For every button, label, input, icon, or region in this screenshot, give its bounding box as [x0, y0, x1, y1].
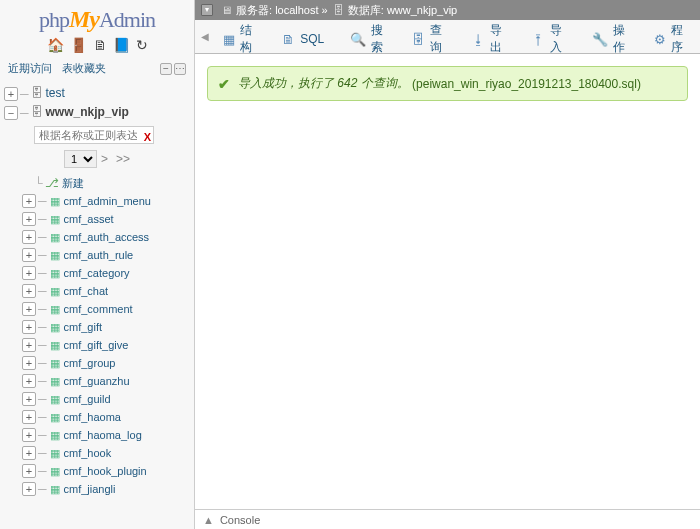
sql-icon[interactable]: 🗎 — [93, 37, 107, 53]
tabs-collapse-icon[interactable]: ◀ — [199, 20, 210, 53]
search-icon: 🔍 — [350, 32, 366, 47]
table-cmf_haoma[interactable]: cmf_haoma — [64, 408, 121, 426]
table-cmf_guild[interactable]: cmf_guild — [64, 390, 111, 408]
table-cmf_auth_rule[interactable]: cmf_auth_rule — [64, 246, 134, 264]
db-label: 数据库: — [348, 3, 384, 18]
table-cmf_chat[interactable]: cmf_chat — [64, 282, 109, 300]
table-icon: ▦ — [49, 480, 61, 498]
expander-icon[interactable]: + — [22, 446, 36, 460]
table-cmf_guanzhu[interactable]: cmf_guanzhu — [64, 372, 130, 390]
expander-icon[interactable]: + — [22, 194, 36, 208]
docs-icon[interactable]: 📘 — [113, 37, 130, 53]
sidebar: phpMyAdmin 🏠🚪🗎📘↻ 近期访问 表收藏夹 − ⋯ +─🗄test−─… — [0, 0, 195, 529]
db-icon: 🗄 — [31, 105, 43, 119]
tab-structure[interactable]: ▦结构 — [210, 24, 269, 53]
table-cmf_comment[interactable]: cmf_comment — [64, 300, 133, 318]
table-cmf_hook_plugin[interactable]: cmf_hook_plugin — [64, 462, 147, 480]
expander-icon[interactable]: + — [22, 464, 36, 478]
export-icon: ⭳ — [472, 32, 485, 47]
table-cmf_admin_menu[interactable]: cmf_admin_menu — [64, 192, 151, 210]
tab-sql[interactable]: 🗎SQL — [269, 24, 337, 53]
nav-links: 近期访问 表收藏夹 − ⋯ — [0, 59, 194, 80]
check-icon: ✔ — [218, 76, 230, 92]
exit-icon[interactable]: 🚪 — [70, 37, 87, 53]
table-icon: ▦ — [49, 462, 61, 480]
table-cmf_hook[interactable]: cmf_hook — [64, 444, 112, 462]
db-node-test[interactable]: test — [46, 86, 65, 100]
table-icon: ▦ — [49, 444, 61, 462]
home-icon[interactable]: 🏠 — [47, 37, 64, 53]
expander-icon[interactable]: + — [22, 392, 36, 406]
server-label: 服务器: — [236, 3, 272, 18]
expander-icon[interactable]: + — [22, 212, 36, 226]
table-icon: ▦ — [49, 264, 61, 282]
main: ▾ 🖥 服务器: localhost » 🗄 数据库: www_nkjp_vip… — [195, 0, 700, 529]
table-icon: ▦ — [49, 300, 61, 318]
db-link[interactable]: www_nkjp_vip — [387, 4, 457, 16]
expander-icon[interactable]: + — [22, 230, 36, 244]
server-link[interactable]: localhost — [275, 4, 318, 16]
table-cmf_category[interactable]: cmf_category — [64, 264, 130, 282]
table-cmf_gift_give[interactable]: cmf_gift_give — [64, 336, 129, 354]
recent-link[interactable]: 近期访问 — [8, 61, 52, 76]
operations-icon: 🔧 — [592, 32, 608, 47]
table-cmf_asset[interactable]: cmf_asset — [64, 210, 114, 228]
message-text: 导入成功，执行了 642 个查询。 — [238, 75, 409, 92]
table-cmf_group[interactable]: cmf_group — [64, 354, 116, 372]
sidebar-toolbar: 🏠🚪🗎📘↻ — [0, 35, 194, 59]
console-label: Console — [220, 514, 260, 526]
expander-icon[interactable]: + — [22, 302, 36, 316]
expander-icon[interactable]: + — [22, 482, 36, 496]
collapse-icon[interactable]: − — [160, 63, 172, 75]
table-cmf_auth_access[interactable]: cmf_auth_access — [64, 228, 150, 246]
tab-routines[interactable]: ⚙程序 — [641, 24, 700, 53]
table-icon: ▦ — [49, 210, 61, 228]
table-icon: ▦ — [49, 372, 61, 390]
tab-import[interactable]: ⭱导入 — [519, 24, 579, 53]
table-cmf_jiangli[interactable]: cmf_jiangli — [64, 480, 116, 498]
db-icon: 🗄 — [31, 86, 43, 100]
expander-icon[interactable]: + — [4, 87, 18, 101]
next-page[interactable]: > — [101, 152, 108, 166]
tab-search[interactable]: 🔍搜索 — [337, 24, 399, 53]
table-icon: ▦ — [49, 192, 61, 210]
tab-query[interactable]: 🗄查询 — [399, 24, 459, 53]
message-filename: (peiwan_win_riyao_20191213_180400.sql) — [412, 77, 641, 91]
table-icon: ▦ — [49, 336, 61, 354]
db-node-www_nkjp_vip[interactable]: www_nkjp_vip — [46, 105, 129, 119]
page-select[interactable]: 1 — [64, 150, 97, 168]
tab-operations[interactable]: 🔧操作 — [579, 24, 641, 53]
expander-icon[interactable]: − — [4, 106, 18, 120]
reload-icon[interactable]: ↻ — [136, 37, 148, 53]
table-icon: ▦ — [49, 426, 61, 444]
settings-icon[interactable]: ⋯ — [174, 63, 186, 75]
console-toggle-icon[interactable]: ▲ — [203, 514, 214, 526]
filter-input[interactable] — [34, 126, 154, 144]
expander-icon[interactable]: + — [22, 320, 36, 334]
favorites-link[interactable]: 表收藏夹 — [62, 61, 106, 76]
table-cmf_haoma_log[interactable]: cmf_haoma_log — [64, 426, 142, 444]
last-page[interactable]: >> — [116, 152, 130, 166]
expander-icon[interactable]: + — [22, 356, 36, 370]
expander-icon[interactable]: + — [22, 248, 36, 262]
table-icon: ▦ — [49, 408, 61, 426]
expander-icon[interactable]: + — [22, 428, 36, 442]
structure-icon: ▦ — [223, 32, 235, 47]
clear-icon[interactable]: X — [144, 128, 151, 146]
console-bar[interactable]: ▲ Console — [195, 509, 700, 529]
table-icon: ▦ — [49, 354, 61, 372]
server-icon: 🖥 — [221, 4, 232, 16]
content: ✔ 导入成功，执行了 642 个查询。 (peiwan_win_riyao_20… — [195, 54, 700, 509]
table-cmf_gift[interactable]: cmf_gift — [64, 318, 103, 336]
panel-toggle-icon[interactable]: ▾ — [201, 4, 213, 16]
logo[interactable]: phpMyAdmin — [0, 0, 194, 35]
expander-icon[interactable]: + — [22, 266, 36, 280]
new-table-link[interactable]: 新建 — [62, 177, 84, 189]
import-icon: ⭱ — [532, 32, 545, 47]
expander-icon[interactable]: + — [22, 374, 36, 388]
expander-icon[interactable]: + — [22, 284, 36, 298]
tabs: ◀ ▦结构🗎SQL🔍搜索🗄查询⭳导出⭱导入🔧操作⚙程序 — [195, 20, 700, 54]
expander-icon[interactable]: + — [22, 338, 36, 352]
tab-export[interactable]: ⭳导出 — [459, 24, 519, 53]
expander-icon[interactable]: + — [22, 410, 36, 424]
